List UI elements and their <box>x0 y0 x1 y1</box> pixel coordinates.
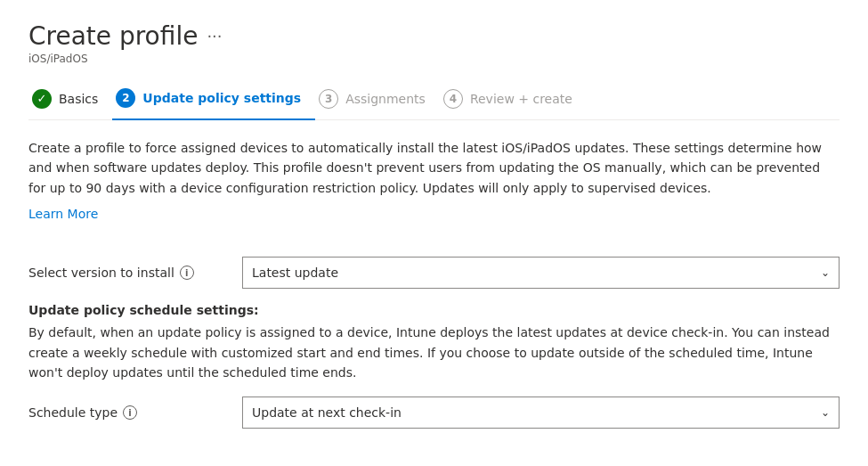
step-update-label: Update policy settings <box>142 91 301 105</box>
step-basics-label: Basics <box>59 92 98 106</box>
step-assignments[interactable]: 3 Assignments <box>315 80 440 119</box>
version-dropdown-wrapper: Latest update ⌄ <box>242 257 840 289</box>
more-options-button[interactable]: ··· <box>207 27 222 45</box>
step-review-create[interactable]: 4 Review + create <box>440 80 587 119</box>
schedule-type-label-group: Schedule type i <box>28 405 242 420</box>
description-text: Create a profile to force assigned devic… <box>28 138 840 198</box>
schedule-type-label: Schedule type <box>28 405 118 420</box>
page-header: Create profile ··· iOS/iPadOS <box>28 21 840 65</box>
schedule-type-dropdown[interactable]: Update at next check-in ⌄ <box>242 397 840 429</box>
version-dropdown[interactable]: Latest update ⌄ <box>242 257 840 289</box>
schedule-type-value: Update at next check-in <box>252 405 402 420</box>
step-assignments-label: Assignments <box>345 92 426 106</box>
step-review-circle: 4 <box>443 89 463 109</box>
schedule-heading: Update policy schedule settings: <box>28 303 840 317</box>
step-basics[interactable]: ✓ Basics <box>28 80 112 119</box>
version-label-group: Select version to install i <box>28 266 242 280</box>
step-update-policy-settings[interactable]: 2 Update policy settings <box>112 79 315 120</box>
schedule-type-dropdown-wrapper: Update at next check-in ⌄ <box>242 397 840 429</box>
learn-more-link[interactable]: Learn More <box>28 207 98 221</box>
schedule-type-dropdown-arrow: ⌄ <box>821 406 830 419</box>
page-title: Create profile <box>28 21 198 51</box>
schedule-type-row: Schedule type i Update at next check-in … <box>28 397 840 429</box>
form-section: Select version to install i Latest updat… <box>28 257 840 429</box>
step-basics-circle: ✓ <box>32 89 52 109</box>
page-subtitle: iOS/iPadOS <box>28 53 840 65</box>
version-row: Select version to install i Latest updat… <box>28 257 840 289</box>
version-dropdown-value: Latest update <box>252 266 338 280</box>
version-label: Select version to install <box>28 266 174 280</box>
schedule-type-info-icon[interactable]: i <box>123 405 137 420</box>
step-review-label: Review + create <box>470 92 572 106</box>
wizard-steps: ✓ Basics 2 Update policy settings 3 Assi… <box>28 79 840 120</box>
step-update-circle: 2 <box>116 88 135 108</box>
version-dropdown-arrow: ⌄ <box>821 266 830 279</box>
step-assignments-circle: 3 <box>319 89 338 109</box>
version-info-icon[interactable]: i <box>180 266 194 280</box>
schedule-description: By default, when an update policy is ass… <box>28 323 840 382</box>
